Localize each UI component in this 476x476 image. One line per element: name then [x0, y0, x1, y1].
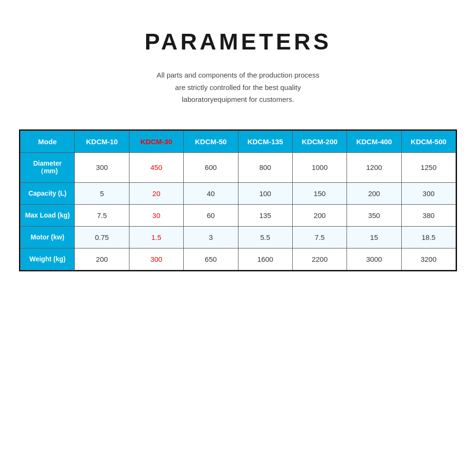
cell-motor-10: 0.75 [75, 226, 129, 248]
cell-maxload-500: 380 [401, 204, 456, 226]
cell-capacity-50: 40 [184, 182, 238, 204]
cell-diameter-200: 1000 [292, 152, 347, 182]
table-row: Diameter（mm) 300 450 600 800 1000 1200 1… [20, 152, 456, 182]
col-header-mode: Mode [20, 130, 75, 152]
cell-maxload-135: 135 [238, 204, 292, 226]
cell-maxload-10: 7.5 [75, 204, 129, 226]
cell-motor-400: 15 [347, 226, 401, 248]
page-title: PARAMETERS [145, 29, 331, 55]
cell-diameter-10: 300 [75, 152, 129, 182]
cell-weight-500: 3200 [401, 248, 456, 270]
cell-capacity-500: 300 [401, 182, 456, 204]
col-header-kdcm400: KDCM-400 [347, 130, 401, 152]
cell-maxload-30: 30 [129, 204, 183, 226]
cell-capacity-135: 100 [238, 182, 292, 204]
cell-capacity-200: 150 [292, 182, 347, 204]
col-header-kdcm135: KDCM-135 [238, 130, 292, 152]
parameters-table: Mode KDCM-10 KDCM-30 KDCM-50 KDCM-135 KD… [19, 129, 457, 271]
cell-weight-50: 650 [184, 248, 238, 270]
cell-motor-500: 18.5 [401, 226, 456, 248]
cell-diameter-135: 800 [238, 152, 292, 182]
row-label-motor: Motor (kw) [20, 226, 75, 248]
cell-maxload-400: 350 [347, 204, 401, 226]
col-header-kdcm30: KDCM-30 [129, 130, 183, 152]
cell-maxload-200: 200 [292, 204, 347, 226]
table-row: Capacity (L) 5 20 40 100 150 200 300 [20, 182, 456, 204]
table-row: Weight (kg) 200 300 650 1600 2200 3000 3… [20, 248, 456, 270]
table-row: Max Load (kg) 7.5 30 60 135 200 350 380 [20, 204, 456, 226]
cell-capacity-10: 5 [75, 182, 129, 204]
cell-motor-30: 1.5 [129, 226, 183, 248]
cell-capacity-400: 200 [347, 182, 401, 204]
row-label-diameter: Diameter（mm) [20, 152, 75, 182]
row-label-weight: Weight (kg) [20, 248, 75, 270]
cell-weight-135: 1600 [238, 248, 292, 270]
cell-weight-400: 3000 [347, 248, 401, 270]
subtitle: All parts and components of the producti… [157, 69, 319, 106]
cell-maxload-50: 60 [184, 204, 238, 226]
cell-diameter-30: 450 [129, 152, 183, 182]
row-label-maxload: Max Load (kg) [20, 204, 75, 226]
col-header-kdcm200: KDCM-200 [292, 130, 347, 152]
cell-motor-135: 5.5 [238, 226, 292, 248]
cell-weight-200: 2200 [292, 248, 347, 270]
cell-weight-10: 200 [75, 248, 129, 270]
cell-weight-30: 300 [129, 248, 183, 270]
cell-motor-200: 7.5 [292, 226, 347, 248]
cell-capacity-30: 20 [129, 182, 183, 204]
cell-diameter-500: 1250 [401, 152, 456, 182]
col-header-kdcm50: KDCM-50 [184, 130, 238, 152]
table-row: Motor (kw) 0.75 1.5 3 5.5 7.5 15 18.5 [20, 226, 456, 248]
col-header-kdcm10: KDCM-10 [75, 130, 129, 152]
row-label-capacity: Capacity (L) [20, 182, 75, 204]
cell-diameter-50: 600 [184, 152, 238, 182]
cell-diameter-400: 1200 [347, 152, 401, 182]
cell-motor-50: 3 [184, 226, 238, 248]
col-header-kdcm500: KDCM-500 [401, 130, 456, 152]
